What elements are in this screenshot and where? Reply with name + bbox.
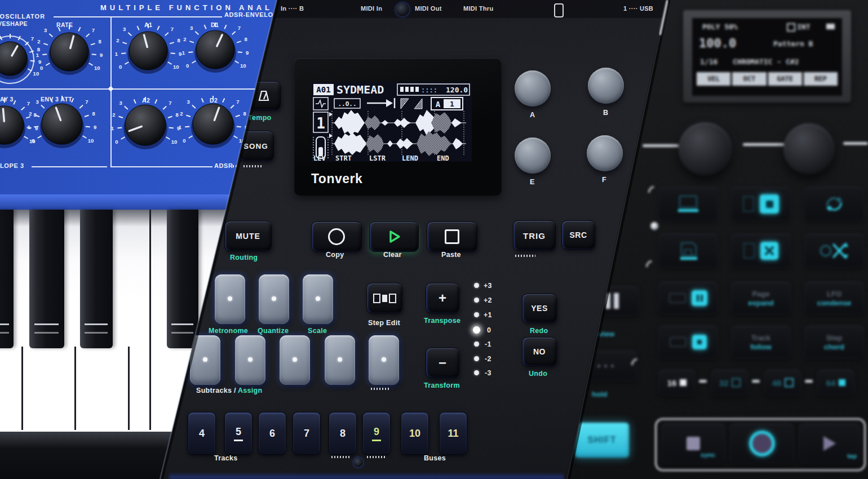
tab-gate: GATE (768, 72, 802, 86)
song-group-dots (243, 165, 262, 167)
seq-record-button[interactable] (730, 423, 794, 464)
piano-black-key[interactable] (0, 210, 14, 348)
svg-text:0: 0 (119, 64, 122, 70)
led-label-p2: +2 (484, 296, 492, 304)
step-chord-button[interactable]: Step chord (804, 326, 864, 358)
encoder-f[interactable] (587, 135, 623, 171)
step-cell-icon (373, 294, 380, 303)
subtracks-label: Subtracks / (196, 387, 236, 394)
trig-button[interactable]: TRIG (513, 220, 556, 251)
piano-black-key[interactable] (80, 210, 113, 348)
encoder-e-label: E (530, 178, 535, 186)
sync-arrows-icon (822, 193, 847, 215)
pad-quantize[interactable] (259, 274, 289, 324)
synth-knob[interactable]: 012378910 (14, 76, 110, 172)
subtrack-pad-1[interactable] (190, 335, 220, 385)
svg-text:8: 8 (92, 110, 95, 117)
src-button[interactable]: SRC (561, 220, 595, 250)
grid-button[interactable] (658, 326, 718, 358)
led-label-p1: +1 (484, 311, 492, 319)
encoder-b[interactable] (588, 68, 624, 104)
undo-label: Undo (529, 370, 547, 378)
param-lend: LEND (402, 154, 418, 162)
track-button-5[interactable]: 5 (224, 412, 253, 455)
quantize-label: Quantize (258, 327, 289, 335)
delete-x-icon (760, 242, 778, 260)
svg-text:7: 7 (238, 25, 241, 31)
encoder-a[interactable] (515, 70, 551, 107)
track-follow-button[interactable]: Track follow (731, 326, 791, 358)
paste-label: Paste (441, 251, 461, 259)
track-button-6[interactable]: 6 (258, 412, 286, 455)
screw (353, 458, 363, 467)
transform-minus-button[interactable]: − (426, 348, 459, 378)
sync-mode-button[interactable] (804, 187, 864, 221)
midi-thru-label: MIDI Thru (463, 5, 493, 12)
step-cell-filled-icon (382, 295, 387, 302)
init-button[interactable] (658, 282, 718, 314)
step-edit-button[interactable] (366, 283, 402, 313)
battery-icon (826, 24, 835, 29)
play-icon (387, 229, 401, 244)
white-key-gap (74, 347, 76, 430)
screen-mode-button[interactable] (658, 187, 718, 221)
routing-label: Routing (230, 254, 258, 261)
track-button-4[interactable]: 4 (188, 412, 216, 455)
step-64-button[interactable]: 64 (817, 370, 854, 396)
random-button[interactable] (804, 234, 864, 268)
track-button-7[interactable]: 7 (293, 412, 321, 455)
param-lev: LEV (313, 154, 326, 162)
subtrack-pad-3[interactable] (280, 335, 310, 385)
track-button-10[interactable]: 10 (401, 412, 429, 455)
lfo-condense-button[interactable]: LFO condense (804, 282, 864, 314)
svg-text:1: 1 (36, 52, 39, 58)
no-button[interactable]: NO (522, 337, 557, 366)
shuffle-icon (819, 240, 849, 261)
transpose-plus-button[interactable]: + (426, 283, 459, 313)
stage: MULTIPLE FUNCTION ANAL Q OSCILLATOR ADSR… (0, 0, 868, 479)
stop-button[interactable] (427, 221, 477, 252)
black-key-reflection (171, 323, 193, 334)
pad-metronome[interactable] (215, 274, 245, 324)
step-16-button[interactable]: 16 (658, 370, 696, 396)
shift-button[interactable]: SHIFT (575, 423, 629, 458)
track-button-8[interactable]: 8 (329, 412, 357, 455)
play-button[interactable] (369, 221, 419, 252)
tonverk-brand: Tonverk (311, 171, 362, 187)
svg-text:3: 3 (36, 99, 39, 105)
seq-knob-right[interactable] (783, 123, 834, 174)
svg-text:0: 0 (32, 138, 34, 144)
subtrack-pad-4[interactable] (325, 335, 355, 385)
transport-group: sync tap (655, 418, 866, 471)
midi-in-label: MIDI In (361, 5, 382, 12)
scale-readout: CHROMATIC - C#2 (733, 57, 799, 66)
track-button-11[interactable]: 11 (439, 412, 467, 455)
piano-black-key[interactable] (29, 210, 64, 348)
tab-rep: REP (804, 72, 838, 86)
delete-button[interactable] (731, 234, 791, 268)
yes-button[interactable]: YES (522, 294, 557, 323)
transpose-led (474, 356, 479, 361)
mute-button[interactable]: MUTE (224, 221, 272, 251)
poly-readout: POLY 50% (702, 23, 738, 31)
track-button-9[interactable]: 9 (362, 412, 391, 455)
subtrack-pad-2[interactable] (235, 335, 265, 385)
piano-black-key[interactable] (167, 210, 198, 348)
screw (396, 3, 409, 16)
record-button[interactable] (311, 221, 362, 252)
pad-scale[interactable] (303, 274, 333, 324)
encoder-a-label: A (530, 111, 535, 119)
subtrack-pad-5[interactable] (369, 335, 399, 385)
seq-knob-left[interactable] (679, 122, 732, 175)
step-filled-square-icon (680, 379, 687, 386)
sample-mode-button[interactable] (731, 187, 791, 221)
seq-stop-button[interactable] (661, 423, 725, 464)
step-32-button[interactable]: 32 (711, 370, 749, 396)
adsr-label: ADSR (214, 162, 233, 169)
encoder-e[interactable] (515, 138, 551, 174)
save-button[interactable] (658, 234, 718, 268)
follow-label: follow (750, 343, 772, 351)
svg-text:2: 2 (112, 112, 115, 118)
page-expand-button[interactable]: Page expand (731, 282, 791, 314)
step-48-button[interactable]: 48 (764, 370, 801, 396)
